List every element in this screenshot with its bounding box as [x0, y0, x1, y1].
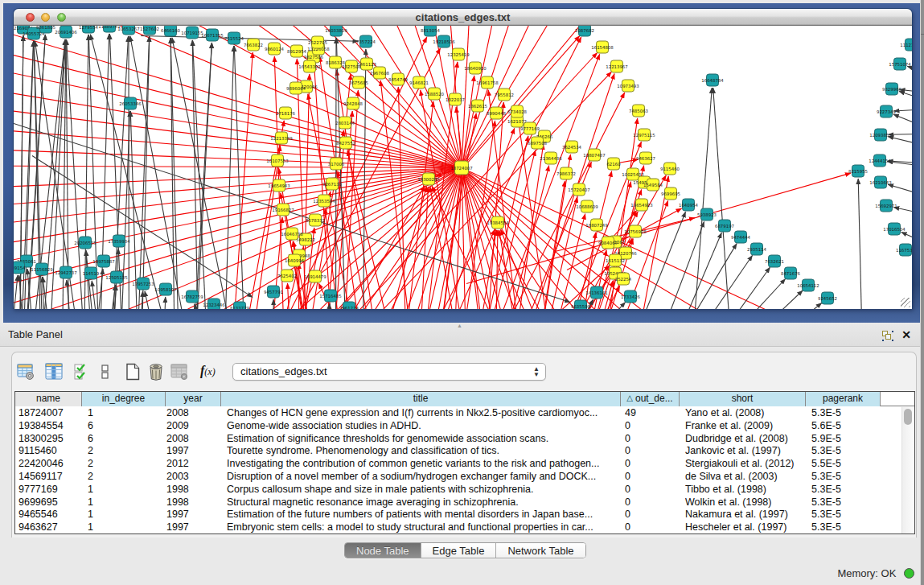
graph-node[interactable]: 9115460 [660, 163, 680, 175]
graph-node[interactable]: 16648784 [701, 74, 724, 86]
graph-node[interactable]: 1167533 [896, 244, 913, 256]
graph-node[interactable]: 16782759 [181, 290, 203, 303]
graph-node[interactable]: 8133779 [230, 302, 250, 309]
graph-node[interactable]: 9474444 [731, 231, 751, 243]
graph-node[interactable]: 9242848 [343, 97, 363, 109]
graph-node[interactable]: 12444154 [869, 154, 891, 167]
graph-node[interactable]: 12093852 [869, 129, 891, 141]
column-header-pagerank[interactable]: pagerank [806, 392, 881, 406]
graph-node[interactable]: 1588520 [425, 88, 445, 100]
graph-node[interactable]: 8454749 [388, 73, 409, 85]
graph-node[interactable]: 16033809 [325, 26, 347, 36]
new-document-icon[interactable] [124, 363, 142, 381]
table-row[interactable]: 1830029562008Estimation of significance … [15, 433, 914, 446]
graph-node[interactable]: 6879197 [715, 220, 734, 232]
table-row[interactable]: 1938455462009Genome-wide association stu… [15, 420, 914, 433]
table-row[interactable]: 977716911998Corpus callosum shape and si… [15, 484, 914, 496]
column-header-short[interactable]: short [680, 392, 806, 406]
scrollbar-thumb[interactable] [904, 409, 912, 425]
table-row[interactable]: 1456911722003Disruption of a novel membe… [15, 471, 914, 484]
graph-node[interactable]: 7515524 [224, 32, 244, 44]
delete-trash-icon[interactable] [147, 363, 165, 381]
graph-node[interactable]: 1322037 [446, 93, 465, 105]
graph-node[interactable]: 6734028 [507, 105, 528, 117]
graph-node[interactable]: 9860124 [265, 43, 285, 55]
panel-divider-handle[interactable]: ▲ [457, 323, 466, 328]
graph-node[interactable]: 12213967 [606, 60, 627, 72]
graph-node[interactable]: 15692971 [875, 200, 897, 212]
graph-node[interactable]: 12325419 [447, 48, 470, 60]
column-header-year[interactable]: year [166, 392, 221, 406]
graph-node[interactable]: 9227349 [877, 105, 897, 117]
graph-node[interactable]: 10107553 [266, 154, 288, 167]
column-header-out_de[interactable]: △out_de... [621, 392, 680, 406]
graph-node[interactable]: 2935114 [747, 243, 767, 255]
column-header-in_degree[interactable]: in_degree [82, 392, 166, 406]
graph-node[interactable]: 2087682 [575, 26, 594, 36]
graph-node[interactable]: 19654923 [630, 199, 652, 211]
graph-node[interactable]: 9463627 [636, 152, 655, 164]
graph-node[interactable]: 5938923 [697, 208, 717, 220]
graph-node[interactable]: 7986372 [556, 167, 576, 179]
graph-node[interactable]: 12975115 [633, 129, 655, 141]
graph-node[interactable]: 9457791 [264, 286, 283, 298]
graph-node[interactable]: 12942737 [55, 266, 76, 278]
graph-node[interactable]: 3624534 [562, 141, 582, 153]
graph-node[interactable]: 10807487 [583, 149, 605, 161]
table-row[interactable]: 2242004622012Investigating the contribut… [15, 458, 914, 471]
table-mode-icon[interactable] [17, 363, 35, 381]
graph-node[interactable]: 8813054 [421, 26, 441, 36]
graph-node[interactable]: 114519 [83, 267, 100, 279]
graph-node[interactable]: 7485063 [629, 105, 648, 117]
graph-node[interactable]: 7632621 [765, 255, 784, 267]
column-header-name[interactable]: name [15, 392, 82, 406]
table-row[interactable]: 969969511998Structural magnetic resonanc… [15, 496, 914, 509]
graph-node[interactable]: 7357224 [356, 35, 376, 47]
graph-node[interactable]: 10654112 [797, 279, 819, 291]
graph-node[interactable]: 62160 [606, 158, 621, 170]
graph-node[interactable]: 39154 [14, 262, 26, 274]
table-row[interactable]: 1872400712008Changes of HCN gene express… [15, 407, 914, 420]
graph-node[interactable]: 10973493 [617, 80, 639, 92]
graph-node[interactable]: 17016504 [883, 223, 906, 235]
table-row[interactable]: 946362711997Embryonic stem cells: a mode… [15, 521, 914, 534]
graph-node[interactable]: 20691406 [55, 26, 77, 38]
graph-node[interactable]: 9245652 [818, 292, 837, 304]
show-columns-icon[interactable] [45, 363, 63, 381]
graph-node[interactable]: 16914479 [304, 270, 326, 282]
graph-node[interactable]: 10756928 [624, 225, 647, 237]
tab-edge-table[interactable]: Edge Table [421, 543, 497, 558]
graph-node[interactable]: 317006 [328, 158, 345, 170]
graph-node[interactable]: 16154808 [591, 41, 614, 53]
graph-node[interactable]: 9635599 [571, 300, 591, 309]
graph-node[interactable]: 16961758 [476, 76, 499, 89]
graph-node[interactable]: 11121832 [900, 39, 913, 51]
graph-node[interactable]: 6466160 [161, 26, 181, 36]
graph-node[interactable]: 9146821 [409, 76, 429, 89]
graph-node[interactable]: 16210643 [869, 176, 891, 188]
select-columns-icon[interactable] [73, 363, 91, 381]
graph-node[interactable]: 1527602 [140, 26, 159, 35]
graph-node[interactable]: 10653267 [117, 26, 139, 35]
close-panel-icon[interactable]: ✕ [901, 329, 911, 340]
graph-node[interactable]: 18807249 [585, 219, 608, 231]
float-panel-icon[interactable] [882, 331, 893, 341]
resize-grip-icon[interactable] [901, 298, 910, 307]
graph-node[interactable]: 1733426 [621, 290, 641, 303]
graph-node[interactable]: 15720407 [568, 183, 589, 196]
graph-node[interactable]: 12213389 [270, 132, 293, 144]
network-window-titlebar[interactable]: citations_edges.txt [14, 9, 912, 26]
graph-node[interactable]: 7663822 [244, 39, 263, 51]
table-chooser-dropdown[interactable]: citations_edges.txt ▲▼ [232, 363, 546, 381]
graph-node[interactable]: 1279554 [79, 26, 99, 33]
row-height-icon[interactable] [101, 363, 110, 381]
graph-node[interactable]: 1640954 [679, 199, 699, 211]
network-canvas[interactable]: 2169051140557249361805206914061279554118… [14, 26, 912, 309]
graph-node[interactable]: 7625402 [277, 270, 297, 282]
graph-node[interactable]: 7955812 [495, 89, 514, 101]
table-vertical-scrollbar[interactable] [901, 407, 914, 534]
graph-node[interactable]: 15751074 [889, 58, 911, 70]
graph-node[interactable]: 19166827 [272, 204, 294, 216]
tab-network-table[interactable]: Network Table [496, 543, 585, 558]
graph-node[interactable]: 9329966 [882, 83, 902, 95]
